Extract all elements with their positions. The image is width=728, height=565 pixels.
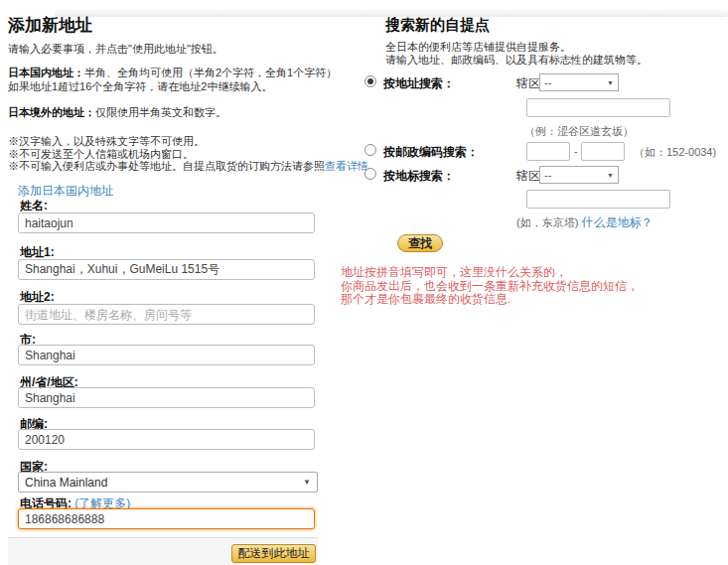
annotation-line-1: 地址按拼音填写即可，这里没什么关系的，: [341, 265, 567, 279]
note-line-3: ※不可输入便利店或办事处等地址。自提点取货的订购方法请参照: [8, 160, 325, 172]
radio-search-by-landmark[interactable]: [364, 168, 376, 180]
domestic-rules-text2: 如果地址1超过16个全角字符，请在地址2中继续输入。: [8, 80, 272, 92]
search-by-zip-label: 按邮政编码搜索：: [383, 144, 479, 161]
pickup-desc-2: 请输入地址、邮政编码、以及具有标志性的建筑物等。: [385, 53, 648, 68]
domestic-rules-text: 半角、全角均可使用（半角2个字符，全角1个字符）: [84, 67, 337, 78]
address-search-input[interactable]: [526, 98, 670, 117]
landmark-example-text: (如，东京塔): [516, 216, 578, 228]
page-title: 添加新地址: [8, 14, 92, 37]
landmark-search-input[interactable]: [526, 190, 670, 209]
chevron-down-icon: ▼: [607, 79, 614, 86]
zip-example-text: （如：152-0034): [634, 145, 716, 160]
domestic-rules: 日本国内地址：半角、全角均可使用（半角2个字符，全角1个字符） 如果地址1超过1…: [8, 66, 337, 93]
annotation-note: 地址按拼音填写即可，这里没什么关系的， 你商品发出后，也会收到一条重新补充收货信…: [341, 266, 639, 307]
district-select-value: --: [544, 76, 551, 88]
zip-dash: -: [574, 145, 578, 157]
country-select[interactable]: China Mainland ▼: [18, 472, 318, 493]
radio-search-by-zip[interactable]: [364, 144, 376, 156]
address1-input[interactable]: [18, 259, 315, 280]
overseas-rules-text: 仅限使用半角英文和数字。: [95, 106, 226, 118]
intro-text: 请输入必要事项，并点击"使用此地址"按钮。: [8, 42, 223, 57]
zip-search-input-1[interactable]: [526, 142, 570, 161]
note-line-2: ※不可发送至个人信箱或机场内窗口。: [8, 148, 194, 160]
landmark-example: (如，东京塔) 什么是地标？: [516, 214, 653, 231]
state-input[interactable]: [18, 387, 315, 408]
see-details-link[interactable]: 查看详情: [325, 160, 368, 172]
overseas-rules-label: 日本境外的地址：: [8, 106, 95, 118]
phone-input[interactable]: [18, 508, 315, 529]
city-input[interactable]: [18, 345, 315, 365]
annotation-line-3: 那个才是你包裹最终的收货信息.: [341, 292, 510, 306]
search-by-landmark-label: 按地标搜索：: [383, 168, 455, 185]
district2-select[interactable]: -- ▼: [539, 166, 619, 184]
overseas-rules: 日本境外的地址：仅限使用半角英文和数字。: [8, 105, 226, 119]
radio-search-by-address[interactable]: [364, 75, 376, 87]
restriction-notes: ※汉字输入，以及特殊文字等不可使用。 ※不可发送至个人信箱或机场内窗口。 ※不可…: [8, 135, 379, 173]
annotation-line-2: 你商品发出后，也会收到一条重新补充收货信息的短信，: [341, 279, 639, 293]
zip-input[interactable]: [18, 429, 315, 450]
search-by-address-label: 按地址搜索：: [383, 75, 455, 92]
pickup-search-title: 搜索新的自提点: [385, 16, 490, 35]
what-is-landmark-link[interactable]: 什么是地标？: [581, 215, 653, 229]
chevron-down-icon: ▼: [303, 478, 311, 487]
address-example-text: （例：涩谷区道玄坂）: [524, 124, 634, 139]
district-select[interactable]: -- ▼: [539, 73, 619, 91]
district2-select-value: --: [544, 169, 551, 181]
name-input[interactable]: [18, 212, 315, 233]
address2-input[interactable]: [18, 304, 315, 325]
ship-to-this-address-button[interactable]: 配送到此地址: [231, 544, 316, 563]
zip-search-input-2[interactable]: [581, 142, 625, 161]
find-button[interactable]: 查找: [397, 234, 443, 252]
domestic-rules-label: 日本国内地址：: [8, 67, 84, 78]
chevron-down-icon: ▼: [607, 172, 614, 179]
country-select-value: China Mainland: [25, 476, 107, 490]
note-line-1: ※汉字输入，以及特殊文字等不可使用。: [8, 135, 205, 147]
